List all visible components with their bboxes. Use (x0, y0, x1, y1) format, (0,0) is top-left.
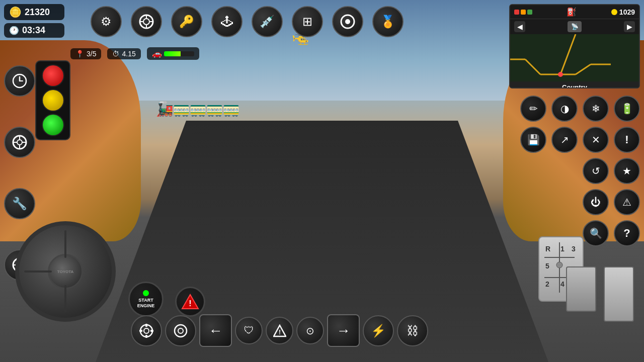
chain-button[interactable]: ⛓ (397, 315, 428, 346)
power-button[interactable]: ⏻ (583, 189, 609, 215)
svg-point-29 (19, 264, 21, 266)
svg-rect-51 (139, 330, 142, 332)
favorite-button[interactable]: ★ (614, 158, 640, 184)
shield-button[interactable]: 🛡 (235, 317, 263, 344)
wrench-button[interactable]: 🔑 (171, 6, 202, 37)
alert-button[interactable]: ! (614, 127, 640, 153)
start-engine-label: STARTENGINE (137, 298, 155, 309)
zoom-button[interactable]: 🔍 (583, 220, 609, 246)
transmission-button[interactable]: ⊞ (292, 6, 323, 37)
hazard-bottom-icon: ! (273, 324, 286, 337)
close-button[interactable]: ✕ (583, 127, 609, 153)
refresh-button[interactable]: ↺ (583, 158, 609, 184)
gearbox-icon (139, 323, 154, 338)
train: 🚂🚃🚃🚃🚃 (156, 101, 239, 117)
hazard-triangle-icon: ! (181, 293, 199, 311)
hazard-bottom-button[interactable]: ! (266, 317, 293, 344)
start-engine-button[interactable]: STARTENGINE (128, 282, 164, 317)
wheel-bottom-icon (173, 323, 188, 338)
view-button[interactable]: ⊙ (296, 317, 324, 344)
svg-rect-50 (145, 335, 147, 338)
svg-point-7 (345, 19, 350, 24)
map-right-arrow[interactable]: ▶ (624, 21, 635, 32)
bottom-row-buttons: ← 🛡 ! ⊙ → ⚡ ⛓ (131, 314, 428, 347)
warning-right-button[interactable]: ⚠ (614, 189, 640, 215)
svg-text:!: ! (189, 299, 191, 308)
share-button[interactable]: ↗ (551, 127, 578, 153)
svg-text:!: ! (279, 329, 281, 336)
engine-left-button[interactable] (4, 249, 35, 281)
headlights-button[interactable]: ◑ (551, 96, 578, 122)
gearbox-bottom-button[interactable] (131, 315, 162, 346)
battery-button[interactable]: 🔋 (614, 96, 640, 122)
wheel-top-button[interactable] (332, 6, 363, 37)
tire-button[interactable] (131, 6, 162, 37)
boost-button[interactable]: 💉 (252, 6, 283, 37)
save-button[interactable]: 💾 (520, 127, 546, 153)
joystick-button[interactable]: 🕹 (211, 6, 243, 37)
left-arrow-button[interactable]: ← (199, 314, 232, 347)
svg-point-54 (178, 328, 183, 333)
ac-button[interactable]: ❄ (583, 96, 609, 122)
game-scene: 🚁 🚂🚃🚃🚃🚃 (0, 0, 644, 362)
wheel-left-button[interactable] (4, 127, 35, 158)
right-arrow-button[interactable]: → (327, 314, 360, 347)
svg-point-48 (144, 328, 149, 333)
svg-rect-52 (150, 330, 153, 332)
nitro-button[interactable]: 🔧 (4, 188, 35, 219)
map-left-arrow[interactable]: ◀ (514, 21, 525, 32)
svg-rect-49 (145, 324, 147, 327)
timer-left-button[interactable] (4, 65, 35, 97)
help-button[interactable]: ? (614, 220, 640, 246)
wheel-bottom-button[interactable] (165, 315, 196, 346)
svg-point-1 (143, 19, 149, 25)
settings-button[interactable]: ⚙ (91, 6, 122, 37)
nitro-bottom-button[interactable]: ⚡ (363, 315, 394, 346)
svg-point-22 (17, 140, 22, 145)
paint-button[interactable]: ✏ (520, 96, 546, 122)
engine-status-dot (143, 290, 149, 296)
hazard-button[interactable]: ! (175, 287, 205, 317)
trophy-button[interactable]: 🏅 (372, 6, 404, 37)
